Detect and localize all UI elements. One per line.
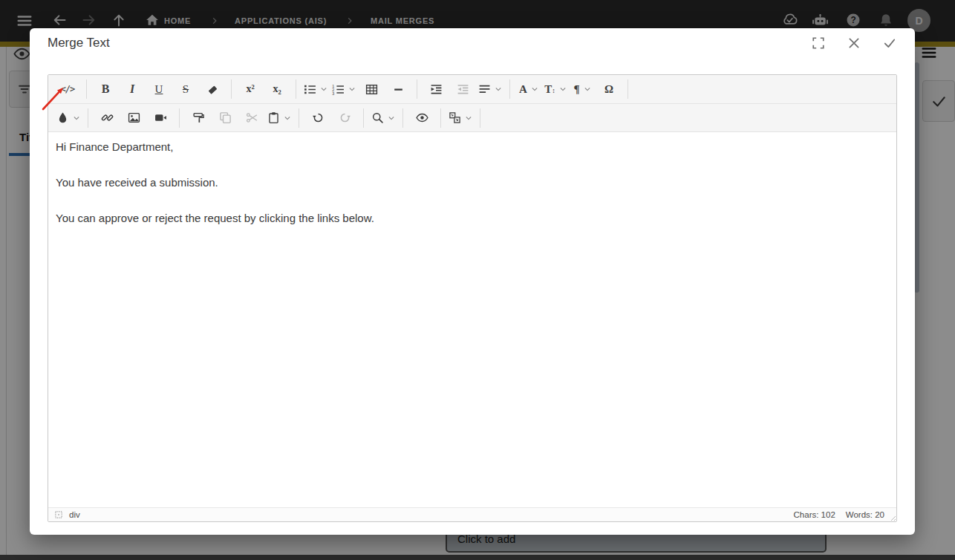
- unordered-list-button[interactable]: [302, 77, 330, 101]
- counters: Chars: 102 Words: 20: [794, 510, 890, 519]
- align-button[interactable]: [476, 77, 504, 101]
- source-code-icon: </>: [61, 85, 75, 94]
- dialog-header: Merge Text: [30, 28, 915, 58]
- toolbar-separator: [231, 79, 232, 99]
- undo-button[interactable]: [304, 106, 331, 130]
- zoom-button[interactable]: [369, 106, 397, 130]
- subscript-icon: x₂: [273, 84, 281, 94]
- paragraph-icon: ¶: [573, 84, 579, 95]
- special-characters-button[interactable]: Ω: [596, 77, 622, 101]
- clear-formatting-button[interactable]: [199, 77, 226, 101]
- paragraph: Hi Finance Department,: [56, 140, 889, 154]
- chevron-down-icon: [320, 85, 327, 93]
- toolbar-separator: [402, 108, 403, 128]
- dialog-actions: [811, 36, 897, 51]
- chevron-down-icon: [465, 114, 472, 122]
- rich-text-editor: </>BIUSx²x₂AT↕¶Ω Hi Finance Department, …: [48, 74, 897, 522]
- close-icon: [847, 36, 861, 50]
- ordered-list-button[interactable]: [330, 77, 358, 101]
- link-icon: [101, 111, 114, 124]
- chevron-down-icon: [495, 85, 502, 93]
- toolbar-row-1: </>BIUSx²x₂AT↕¶Ω: [48, 75, 896, 104]
- indent-button[interactable]: [423, 77, 449, 101]
- magnifier-icon: [371, 111, 384, 124]
- source-code-button[interactable]: </>: [54, 77, 81, 101]
- paint-roller-icon: [192, 111, 205, 124]
- clipboard-icon: [267, 111, 280, 124]
- italic-icon: I: [130, 83, 134, 95]
- copy-icon: [219, 111, 232, 124]
- text-color-button[interactable]: [54, 106, 82, 130]
- word-count: Words: 20: [846, 510, 884, 519]
- toolbar-separator: [88, 108, 88, 128]
- eye-icon: [416, 111, 428, 124]
- color-droplet-icon: [56, 111, 69, 124]
- merge-fields-button[interactable]: [446, 106, 475, 130]
- indent-icon: [430, 83, 443, 96]
- toolbar-separator: [480, 108, 480, 128]
- paragraph-format-button[interactable]: ¶: [569, 77, 596, 101]
- underline-button[interactable]: U: [146, 77, 172, 101]
- element-path-label[interactable]: div: [69, 510, 80, 519]
- toolbar-separator: [440, 108, 441, 128]
- insert-link-button[interactable]: [94, 106, 120, 130]
- dialog-title: Merge Text: [48, 36, 110, 51]
- redo-icon: [339, 111, 351, 124]
- underline-icon: U: [155, 84, 163, 95]
- outdent-button: [449, 77, 476, 101]
- omega-icon: Ω: [604, 84, 613, 95]
- paste-button[interactable]: [265, 106, 293, 130]
- bold-icon: B: [102, 83, 110, 95]
- insert-image-button[interactable]: [120, 106, 147, 130]
- element-grid-icon: [54, 510, 63, 519]
- merge-text-dialog: Merge Text </>BIUSx²x₂AT↕¶Ω Hi Finance D…: [30, 28, 915, 535]
- dialog-body: </>BIUSx²x₂AT↕¶Ω Hi Finance Department, …: [30, 58, 915, 535]
- horizontal-rule-icon: [392, 83, 405, 96]
- superscript-icon: x²: [246, 84, 254, 94]
- toolbar-separator: [296, 79, 296, 99]
- fullscreen-icon: [812, 36, 825, 50]
- toolbar-separator: [628, 79, 628, 99]
- font-size-icon-modifier: ↕: [552, 87, 555, 94]
- paragraph: You have received a submission.: [56, 175, 889, 190]
- paragraph: You can approve or reject the request by…: [56, 211, 889, 226]
- element-path[interactable]: div: [54, 510, 80, 519]
- numbered-list-icon: [332, 83, 345, 96]
- insert-video-button[interactable]: [147, 106, 174, 130]
- toolbar-separator: [179, 108, 180, 128]
- table-icon: [365, 83, 378, 96]
- font-size-icon: T↕: [544, 84, 555, 95]
- bold-button[interactable]: B: [92, 77, 119, 101]
- image-icon: [128, 111, 140, 124]
- eraser-icon: [206, 83, 219, 96]
- subscript-button[interactable]: x₂: [264, 77, 290, 101]
- expand-button[interactable]: [811, 36, 826, 51]
- outdent-icon: [457, 83, 469, 96]
- toolbar-separator: [86, 79, 87, 99]
- insert-table-button[interactable]: [358, 77, 385, 101]
- horizontal-rule-button[interactable]: [385, 77, 411, 101]
- confirm-button[interactable]: [882, 36, 897, 51]
- toolbar-separator: [363, 108, 364, 128]
- italic-button[interactable]: I: [119, 77, 146, 101]
- chevron-down-icon: [73, 114, 80, 122]
- redo-button: [331, 106, 358, 130]
- toolbar-separator: [299, 108, 299, 128]
- preview-button[interactable]: [408, 106, 435, 130]
- chevron-down-icon: [284, 114, 291, 122]
- editor-content[interactable]: Hi Finance Department, You have received…: [48, 132, 896, 507]
- toolbar-row-2: [48, 104, 896, 132]
- format-painter-button[interactable]: [185, 106, 212, 130]
- close-button[interactable]: [847, 36, 861, 51]
- copy-button: [212, 106, 238, 130]
- toolbar-separator: [417, 79, 417, 99]
- font-family-button[interactable]: A: [515, 77, 542, 101]
- superscript-button[interactable]: x²: [237, 77, 264, 101]
- char-count: Chars: 102: [794, 510, 835, 519]
- chevron-down-icon: [348, 85, 356, 93]
- cut-button: [238, 106, 265, 130]
- chevron-down-icon: [559, 85, 567, 93]
- strikethrough-button[interactable]: S: [172, 77, 199, 101]
- font-size-button[interactable]: T↕: [542, 77, 569, 101]
- chevron-down-icon: [388, 114, 395, 122]
